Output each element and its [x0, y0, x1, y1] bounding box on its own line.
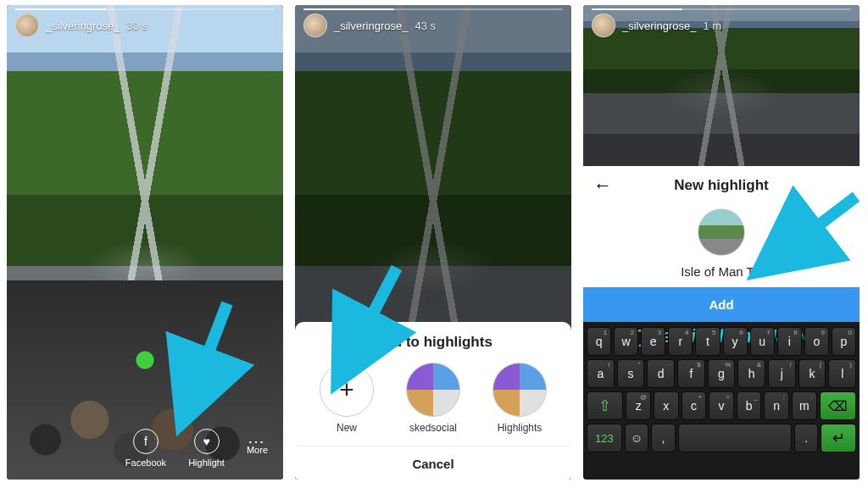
- screen-add-to-highlights: _silveringrose_ 43 s Add to highlights +…: [295, 5, 571, 480]
- story-header: _silveringrose_ 1 m: [592, 14, 851, 37]
- key-b[interactable]: b_: [737, 391, 762, 420]
- story-header: _silveringrose_ 43 s: [303, 14, 563, 37]
- key-i[interactable]: i8: [777, 327, 802, 356]
- key-a[interactable]: a!: [587, 359, 615, 388]
- highlight-highlights[interactable]: Highlights: [492, 363, 547, 434]
- key-g[interactable]: g%: [708, 359, 736, 388]
- key-z[interactable]: z@: [626, 391, 651, 420]
- progress-bar: [15, 8, 275, 10]
- key-c[interactable]: c+: [682, 391, 707, 420]
- story-preview: _silveringrose_ 1 m: [583, 5, 860, 166]
- story-header: _silveringrose_ 30 s: [15, 14, 275, 37]
- key-n[interactable]: n;: [764, 391, 789, 420]
- add-button[interactable]: Add: [583, 287, 860, 322]
- key-q[interactable]: q1: [587, 327, 611, 356]
- cover-section: Isle of Man TT: [583, 205, 860, 287]
- key-k[interactable]: k(: [798, 359, 826, 388]
- new-label: New: [337, 422, 357, 434]
- cancel-button[interactable]: Cancel: [295, 446, 571, 471]
- highlight-cover[interactable]: [698, 208, 745, 256]
- avatar[interactable]: [592, 14, 615, 37]
- facebook-label: Facebook: [125, 458, 166, 468]
- highlight-name-input[interactable]: Isle of Man TT: [681, 264, 762, 279]
- username[interactable]: _silveringrose_: [46, 19, 120, 32]
- highlight-label: Highlights: [498, 422, 542, 434]
- plus-icon: +: [320, 363, 374, 417]
- story-actions: f Facebook ♥ Highlight ⋯ More: [7, 429, 283, 468]
- key-o[interactable]: o9: [804, 327, 829, 356]
- new-highlight-button[interactable]: + New: [320, 363, 374, 434]
- facebook-button[interactable]: f Facebook: [125, 429, 166, 468]
- key-backspace[interactable]: ⌫: [820, 391, 856, 420]
- keyboard: Type Highlight Name q1w2e3r4t5y6u7i8o9p0…: [583, 322, 860, 480]
- screen-new-highlight: _silveringrose_ 1 m ← New highlight Isle…: [583, 5, 860, 480]
- key-comma[interactable]: ,: [651, 424, 675, 452]
- key-e[interactable]: e3: [641, 327, 665, 356]
- panel-header: ← New highlight: [583, 166, 860, 205]
- new-highlight-panel: ← New highlight Isle of Man TT Add Type …: [583, 166, 860, 480]
- key-shift[interactable]: ⇧: [587, 391, 623, 420]
- highlight-cover: [492, 363, 547, 417]
- highlight-button[interactable]: ♥ Highlight: [188, 429, 225, 468]
- key-w[interactable]: w2: [614, 327, 638, 356]
- key-s[interactable]: s": [617, 359, 645, 388]
- kbd-row-2: a!s"d·f$g%h&j/k(l): [587, 359, 856, 388]
- key-m[interactable]: m:: [792, 391, 817, 420]
- kbd-row-3: ⇧z@xc+v=b_n;m:⌫: [587, 391, 856, 420]
- key-t[interactable]: t5: [695, 327, 720, 356]
- panel-title: New highlight: [614, 177, 829, 194]
- highlights-row: + New skedsocial Highlights: [295, 363, 571, 446]
- key-numeric[interactable]: 123: [587, 424, 622, 452]
- timestamp: 43 s: [415, 19, 436, 32]
- progress-bar: [592, 8, 851, 10]
- key-v[interactable]: v=: [709, 391, 734, 420]
- key-space[interactable]: [678, 424, 792, 452]
- back-button[interactable]: ←: [593, 175, 614, 197]
- heart-icon: ♥: [194, 429, 220, 454]
- progress-bar: [303, 8, 563, 10]
- key-d[interactable]: d·: [647, 359, 675, 388]
- key-u[interactable]: u7: [750, 327, 775, 356]
- highlight-label: Highlight: [188, 458, 225, 468]
- kbd-row-4: 123☺,.↵: [587, 424, 856, 452]
- key-p[interactable]: p0: [832, 327, 856, 356]
- key-j[interactable]: j/: [768, 359, 796, 388]
- key-x[interactable]: x: [654, 391, 679, 420]
- highlight-skedsocial[interactable]: skedsocial: [406, 363, 460, 434]
- highlights-sheet: Add to highlights + New skedsocial Highl…: [295, 322, 571, 480]
- key-f[interactable]: f$: [677, 359, 705, 388]
- timestamp: 30 s: [126, 19, 147, 32]
- facebook-icon: f: [133, 429, 159, 454]
- key-h[interactable]: h&: [737, 359, 765, 388]
- username[interactable]: _silveringrose_: [334, 19, 408, 32]
- key-l[interactable]: l): [828, 359, 856, 388]
- screen-story-view: _silveringrose_ 30 s f Facebook ♥ Highli…: [7, 5, 283, 480]
- kbd-row-1: q1w2e3r4t5y6u7i8o9p0: [587, 327, 856, 356]
- key-emoji[interactable]: ☺: [625, 424, 648, 452]
- key-y[interactable]: y6: [723, 327, 748, 356]
- timestamp: 1 m: [703, 19, 721, 32]
- key-enter[interactable]: ↵: [821, 424, 856, 452]
- key-r[interactable]: r4: [668, 327, 693, 356]
- more-button[interactable]: ⋯ More: [247, 441, 268, 455]
- key-period[interactable]: .: [794, 424, 818, 452]
- sheet-title: Add to highlights: [295, 334, 571, 351]
- highlight-label: skedsocial: [409, 422, 457, 434]
- more-label: More: [247, 445, 268, 455]
- avatar[interactable]: [303, 14, 327, 37]
- avatar[interactable]: [15, 14, 39, 37]
- highlight-cover: [406, 363, 460, 417]
- username[interactable]: _silveringrose_: [622, 19, 696, 32]
